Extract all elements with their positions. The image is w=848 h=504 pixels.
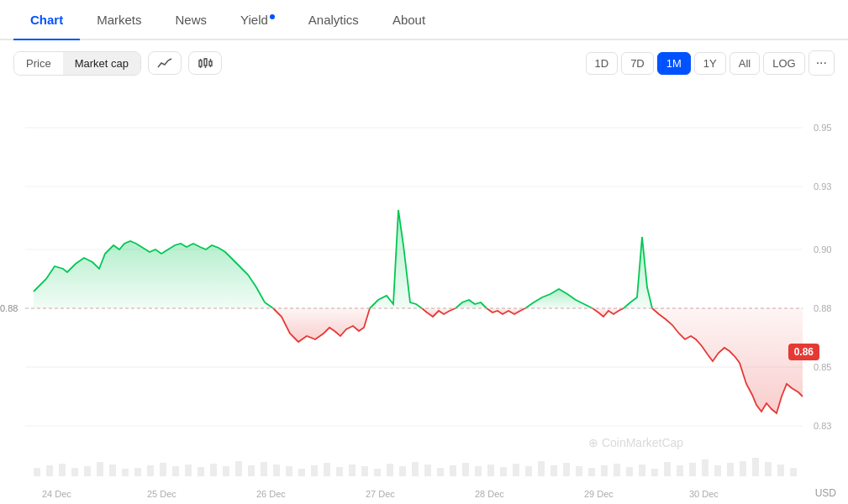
svg-rect-54	[349, 465, 356, 476]
svg-rect-46	[248, 465, 255, 476]
svg-rect-79	[664, 462, 671, 476]
candle-chart-icon-button[interactable]	[188, 51, 222, 75]
svg-rect-29	[34, 468, 40, 476]
svg-rect-83	[714, 465, 721, 476]
svg-rect-35	[109, 465, 116, 476]
svg-text:⊕ CoinMarketCap: ⊕ CoinMarketCap	[588, 436, 683, 449]
svg-rect-74	[601, 465, 608, 476]
svg-rect-43	[210, 464, 217, 476]
top-navigation: Chart Markets News Yield Analytics About	[0, 0, 848, 40]
svg-rect-84	[727, 463, 734, 476]
svg-rect-61	[437, 468, 444, 476]
nav-about[interactable]: About	[376, 1, 442, 39]
svg-text:28 Dec: 28 Dec	[475, 489, 504, 499]
time-log[interactable]: LOG	[763, 52, 804, 75]
svg-rect-62	[450, 465, 456, 476]
svg-rect-51	[311, 465, 318, 476]
nav-news[interactable]: News	[159, 1, 224, 39]
line-chart-icon-button[interactable]	[148, 51, 182, 75]
svg-rect-41	[185, 465, 192, 476]
svg-marker-91	[273, 308, 370, 342]
time-all[interactable]: All	[729, 52, 760, 75]
svg-rect-3	[204, 59, 207, 66]
candle-chart-icon	[198, 57, 213, 69]
svg-text:30 Dec: 30 Dec	[689, 489, 719, 499]
svg-rect-45	[235, 461, 242, 476]
svg-rect-48	[273, 465, 280, 476]
svg-rect-56	[374, 469, 381, 476]
svg-rect-70	[550, 465, 557, 476]
svg-rect-88	[777, 465, 784, 476]
svg-text:29 Dec: 29 Dec	[584, 489, 614, 499]
svg-rect-72	[576, 466, 582, 476]
svg-rect-82	[702, 459, 708, 476]
svg-rect-50	[298, 469, 305, 476]
svg-rect-32	[71, 468, 78, 476]
svg-rect-71	[563, 463, 570, 476]
nav-chart[interactable]: Chart	[13, 1, 80, 39]
svg-rect-38	[147, 465, 154, 476]
svg-rect-6	[209, 61, 212, 66]
svg-rect-75	[614, 464, 620, 476]
svg-text:27 Dec: 27 Dec	[366, 489, 395, 499]
svg-rect-65	[487, 465, 494, 476]
svg-rect-60	[424, 465, 431, 476]
svg-rect-80	[677, 465, 683, 476]
svg-rect-86	[752, 458, 759, 476]
svg-rect-67	[513, 464, 519, 476]
svg-rect-44	[223, 466, 229, 476]
price-chart-svg: 0.95 0.93 0.90 0.88 0.85 0.83 24 Dec 25 …	[0, 86, 848, 504]
svg-marker-99	[652, 308, 803, 413]
svg-rect-59	[412, 462, 419, 476]
svg-rect-37	[134, 468, 141, 476]
price-marketcap-group: Price Market cap	[13, 51, 141, 76]
svg-marker-96	[525, 289, 593, 308]
price-button[interactable]: Price	[14, 52, 63, 75]
svg-rect-53	[336, 467, 343, 476]
svg-rect-58	[399, 466, 406, 476]
svg-rect-63	[462, 463, 469, 476]
svg-text:0.88: 0.88	[0, 303, 18, 313]
svg-rect-81	[689, 463, 696, 476]
line-chart-icon	[157, 57, 172, 69]
svg-rect-49	[286, 466, 292, 476]
svg-rect-76	[626, 467, 633, 476]
svg-rect-36	[122, 469, 129, 476]
svg-text:24 Dec: 24 Dec	[42, 489, 71, 499]
svg-rect-78	[651, 469, 658, 476]
svg-rect-57	[387, 464, 393, 476]
nav-analytics[interactable]: Analytics	[292, 1, 376, 39]
svg-text:0.83: 0.83	[814, 421, 831, 431]
chart-toolbar: Price Market cap 1D 7D 1M 1Y All LOG ···	[0, 40, 848, 86]
yield-dot	[270, 14, 275, 19]
time-1d[interactable]: 1D	[586, 52, 619, 75]
svg-rect-31	[59, 464, 66, 476]
svg-rect-85	[740, 461, 746, 476]
svg-rect-73	[588, 468, 595, 476]
time-7d[interactable]: 7D	[621, 52, 654, 75]
svg-rect-89	[790, 468, 797, 476]
svg-text:25 Dec: 25 Dec	[147, 489, 176, 499]
svg-rect-87	[765, 462, 772, 476]
current-price-badge: 0.86	[788, 344, 819, 360]
market-cap-button[interactable]: Market cap	[63, 52, 140, 75]
time-1m[interactable]: 1M	[657, 52, 691, 75]
svg-rect-39	[160, 463, 166, 476]
time-1y[interactable]: 1Y	[694, 52, 726, 75]
svg-rect-42	[198, 467, 204, 476]
more-options-button[interactable]: ···	[808, 50, 835, 76]
svg-text:0.85: 0.85	[814, 362, 831, 372]
svg-marker-98	[624, 237, 652, 308]
svg-rect-52	[324, 463, 330, 476]
chart-area: 0.95 0.93 0.90 0.88 0.85 0.83 24 Dec 25 …	[0, 86, 848, 504]
nav-markets[interactable]: Markets	[80, 1, 158, 39]
svg-rect-64	[475, 466, 482, 476]
svg-text:0.95: 0.95	[814, 123, 831, 133]
svg-rect-0	[199, 60, 202, 66]
svg-text:0.90: 0.90	[814, 244, 831, 255]
svg-text:0.93: 0.93	[814, 181, 831, 192]
nav-yield[interactable]: Yield	[224, 1, 292, 39]
svg-text:0.88: 0.88	[814, 303, 831, 313]
svg-rect-69	[538, 461, 545, 476]
svg-rect-34	[97, 462, 103, 476]
